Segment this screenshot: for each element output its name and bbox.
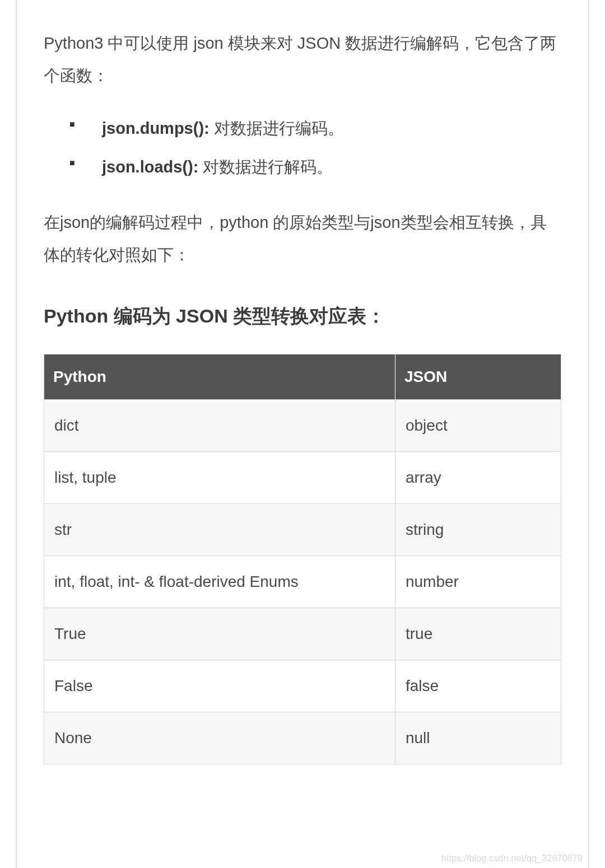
table-header-row: Python JSON [44,354,561,399]
table-row: True true [44,608,561,660]
list-item: json.dumps(): 对数据进行编码。 [69,113,561,144]
section-heading: Python 编码为 JSON 类型转换对应表： [44,304,561,329]
watermark-text: https://blog.csdn.net/qq_32670879 [441,853,583,864]
table-row: str string [44,503,561,556]
cell-json: string [395,503,561,556]
cell-json: false [395,660,561,712]
function-bullet-list: json.dumps(): 对数据进行编码。 json.loads(): 对数据… [44,113,561,183]
table-row: int, float, int- & float-derived Enums n… [44,556,561,608]
cell-python: list, tuple [44,451,395,503]
cell-python: True [44,608,395,660]
table-row: dict object [44,399,561,451]
function-name-bold: json.dumps(): [102,119,210,137]
table-row: list, tuple array [44,451,561,503]
cell-json: true [395,608,561,660]
table-row: None null [44,712,561,764]
type-conversion-table: Python JSON dict object list, tuple arra… [44,354,561,764]
cell-json: null [395,712,561,764]
function-desc: 对数据进行编码。 [210,119,344,137]
header-python: Python [44,354,395,399]
header-json: JSON [395,354,561,399]
cell-python: int, float, int- & float-derived Enums [44,556,395,608]
cell-json: array [395,451,561,503]
cell-json: number [395,556,561,608]
table-row: False false [44,660,561,712]
intro-paragraph: Python3 中可以使用 json 模块来对 JSON 数据进行编解码，它包含… [44,27,561,92]
cell-json: object [395,399,561,451]
cell-python: dict [44,399,395,451]
description-paragraph: 在json的编解码过程中，python 的原始类型与json类型会相互转换，具体… [44,206,561,271]
cell-python: None [44,712,395,764]
cell-python: False [44,660,395,712]
cell-python: str [44,503,395,556]
list-item: json.loads(): 对数据进行解码。 [69,152,561,183]
function-desc: 对数据进行解码。 [198,158,333,176]
article-container: Python3 中可以使用 json 模块来对 JSON 数据进行编解码，它包含… [16,0,589,868]
function-name-bold: json.loads(): [102,158,198,176]
